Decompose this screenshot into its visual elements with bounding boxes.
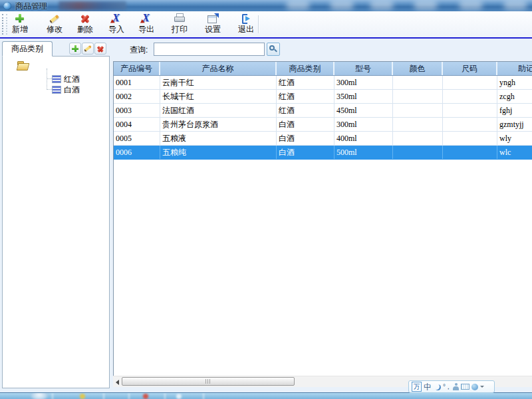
- import-icon: [110, 13, 122, 25]
- app-globe-icon: [3, 2, 11, 10]
- taskbar-button-edge: [128, 393, 130, 399]
- table-cell: 长城干红: [160, 90, 277, 103]
- ime-user-icon[interactable]: [453, 383, 459, 390]
- column-header[interactable]: 颜色: [393, 62, 443, 75]
- ime-mode-button[interactable]: 万: [412, 382, 422, 392]
- ime-fullwidth-moon-icon[interactable]: [434, 384, 440, 390]
- table-cell: 红酒: [277, 90, 334, 103]
- table-cell: [393, 118, 443, 131]
- table-cell: [393, 132, 443, 145]
- exit-icon: [240, 13, 252, 25]
- table-cell: yngh: [497, 76, 532, 89]
- table-row[interactable]: 0002长城干红红酒350mlzcgh: [114, 90, 532, 104]
- glass-reflection: [414, 1, 438, 10]
- table-cell: [443, 146, 497, 159]
- table-cell: 白酒: [277, 118, 334, 131]
- open-folder-icon[interactable]: [17, 61, 29, 70]
- table-cell: 400ml: [334, 132, 393, 145]
- ime-dropdown-caret[interactable]: [480, 386, 484, 388]
- column-header[interactable]: 助记码: [497, 62, 532, 75]
- edit-category-button[interactable]: [82, 43, 94, 55]
- delete-icon: [95, 43, 106, 54]
- scroll-left-button[interactable]: [114, 378, 122, 386]
- tree-item-label: 白酒: [64, 85, 80, 94]
- table-cell: 红酒: [277, 76, 334, 89]
- tab-product-category[interactable]: 商品类别: [2, 41, 53, 57]
- ime-tools-icon[interactable]: [471, 384, 478, 390]
- table-cell: [443, 104, 497, 117]
- table-cell: 0004: [114, 118, 160, 131]
- delete-icon: [79, 13, 91, 25]
- table-cell: [393, 104, 443, 117]
- table-header-row: 产品编号产品名称商品类别型号颜色尺码助记码: [114, 62, 532, 76]
- title-bar[interactable]: 商品管理: [0, 0, 532, 12]
- category-tree-panel: 红酒白酒: [2, 56, 110, 388]
- table-cell: [443, 90, 497, 103]
- toolbar-button-label: 导入: [108, 25, 124, 34]
- magnifier-icon-handle: [274, 49, 277, 53]
- table-cell: 0005: [114, 132, 160, 145]
- table-cell: 0002: [114, 90, 160, 103]
- glass-reflection: [370, 1, 394, 10]
- taskbar-app-icon[interactable]: [143, 394, 148, 399]
- column-header[interactable]: 产品名称: [160, 62, 277, 75]
- column-header[interactable]: 产品编号: [114, 62, 160, 75]
- search-label: 查询:: [130, 45, 148, 56]
- scrollbar-thumb[interactable]: [122, 377, 295, 386]
- table-cell: 300ml: [334, 118, 393, 131]
- table-cell: [443, 118, 497, 131]
- desktop: 商品管理 新增修改删除导入导出打印设置退出 商品类别 红酒白酒 查询: 产品编号…: [0, 0, 532, 399]
- table-row[interactable]: 0006五粮纯白酒500mlwlc: [114, 146, 532, 160]
- exit-button[interactable]: 退出: [230, 13, 262, 36]
- table-cell: 五粮纯: [160, 146, 277, 159]
- ime-soft-keyboard-icon[interactable]: [461, 384, 469, 390]
- toolbar: 新增修改删除导入导出打印设置退出: [0, 11, 532, 38]
- toolbar-button-label: 新增: [12, 25, 28, 34]
- taskbar-app-icon[interactable]: [176, 394, 182, 399]
- start-button[interactable]: [31, 392, 48, 399]
- delete-category-button[interactable]: [94, 43, 106, 55]
- table-cell: 500ml: [334, 146, 393, 159]
- table-row[interactable]: 0003法国红酒红酒450mlfghj: [114, 104, 532, 118]
- ime-chinese-mode-button[interactable]: 中: [424, 382, 432, 392]
- category-action-buttons: [69, 43, 106, 55]
- glass-reflection: [330, 1, 354, 10]
- add-button[interactable]: 新增: [4, 13, 36, 36]
- table-cell: zcgh: [497, 90, 532, 103]
- search-input[interactable]: [154, 43, 265, 56]
- print-icon: [174, 13, 186, 25]
- table-cell: 0001: [114, 76, 160, 89]
- tree-item-2[interactable]: 白酒: [52, 84, 80, 94]
- delete-button[interactable]: 删除: [69, 13, 101, 36]
- edit-icon: [82, 43, 93, 54]
- table-cell: [443, 76, 497, 89]
- ime-punctuation-button[interactable]: °，: [443, 382, 451, 392]
- import-button[interactable]: 导入: [100, 13, 132, 36]
- column-header[interactable]: 商品类别: [277, 62, 334, 75]
- search-button[interactable]: [267, 43, 280, 56]
- column-header[interactable]: 型号: [334, 62, 393, 75]
- toolbar-separator: [258, 15, 259, 33]
- tree-connector: [47, 78, 52, 79]
- table-body: 0001云南干红红酒300mlyngh0002长城干红红酒350mlzcgh00…: [114, 76, 532, 160]
- add-icon: [70, 43, 80, 54]
- table-cell: 0003: [114, 104, 160, 117]
- print-button[interactable]: 打印: [164, 13, 196, 36]
- edit-button[interactable]: 修改: [39, 13, 70, 36]
- window-title: 商品管理: [15, 1, 47, 11]
- add-category-button[interactable]: [69, 43, 81, 55]
- export-button[interactable]: 导出: [130, 13, 162, 36]
- tree-item-label: 红酒: [64, 74, 80, 84]
- tree-item-1[interactable]: 红酒: [52, 74, 80, 84]
- taskbar[interactable]: [0, 392, 532, 399]
- column-header[interactable]: 尺码: [443, 62, 497, 75]
- table-row[interactable]: 0005五粮液白酒400mlwly: [114, 132, 532, 146]
- table-cell: 450ml: [334, 104, 393, 117]
- table-row[interactable]: 0004贵州茅台原浆酒白酒300mlgzmtyjj: [114, 118, 532, 132]
- table-row[interactable]: 0001云南干红红酒300mlyngh: [114, 76, 532, 90]
- glass-reflection: [286, 1, 310, 10]
- settings-button[interactable]: 设置: [197, 13, 229, 36]
- taskbar-button-edge: [52, 393, 53, 399]
- ime-language-bar: 万 中 °，: [408, 380, 495, 393]
- taskbar-app-icon[interactable]: [80, 394, 85, 399]
